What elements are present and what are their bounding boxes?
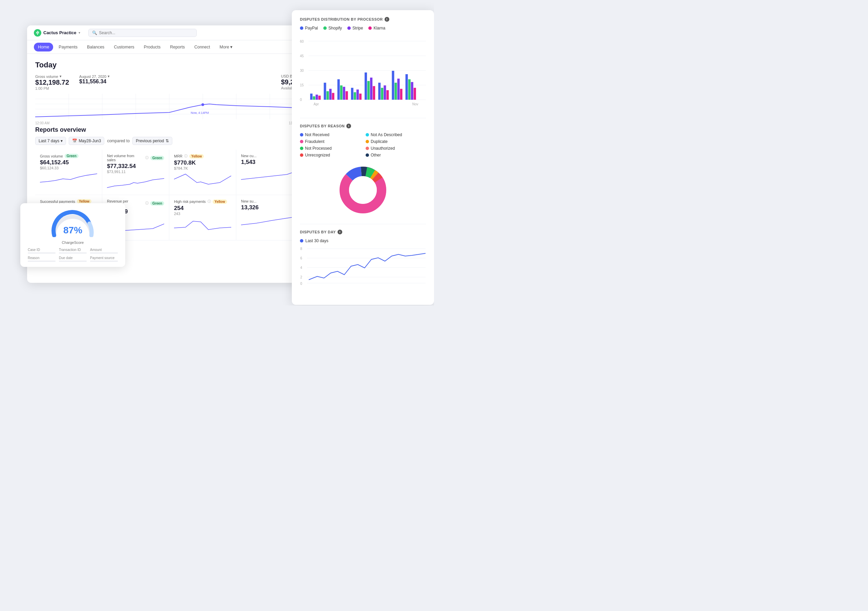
nav-item-payments[interactable]: Payments	[54, 43, 82, 51]
info-icon-5: ⓘ	[145, 201, 149, 205]
svg-text:15: 15	[300, 83, 304, 87]
nav-item-more[interactable]: More ▾	[215, 42, 237, 51]
unrecognized-dot	[300, 154, 303, 157]
field-transaction-id-label: Transaction ID	[59, 248, 87, 252]
compared-to-label: compared to	[107, 138, 130, 143]
gross-volume-metric: Gross volume ▾ $12,198.72 1:00 PM	[35, 74, 69, 90]
bar-chart-svg: 60 45 30 15 0	[300, 35, 426, 110]
top-nav: Cactus Practice ▾ 🔍	[27, 25, 312, 40]
chart-labels: 12:00 AM 11:59 PM	[35, 121, 303, 125]
distribution-info-icon: i	[384, 17, 389, 22]
nav-item-connect[interactable]: Connect	[190, 43, 214, 51]
report-label-0: Gross volume	[40, 154, 63, 158]
unauthorized-dot	[366, 147, 369, 150]
reason-unauthorized: Unauthorized	[366, 146, 426, 151]
field-reason-line	[28, 261, 56, 261]
nav-item-balances[interactable]: Balances	[83, 43, 108, 51]
reason-not-received: Not Received	[300, 132, 360, 137]
other-dot	[366, 154, 369, 157]
donut-svg	[336, 163, 390, 217]
field-due-date-line	[59, 261, 87, 261]
filter-chevron-icon: ▾	[60, 138, 63, 143]
calendar-icon: 📅	[72, 138, 77, 143]
svg-rect-30	[332, 93, 335, 100]
svg-text:Nov: Nov	[412, 102, 418, 106]
report-label-4: Successful payments	[40, 199, 75, 204]
disputes-panel: DISPUTES DISTRIBUTION BY PROCESSOR i Pay…	[292, 10, 434, 305]
svg-rect-51	[406, 74, 408, 100]
legend-klarna: Klarna	[368, 26, 385, 31]
reason-fraudulent: Fraudulent	[300, 139, 360, 144]
svg-rect-52	[408, 79, 411, 100]
svg-rect-44	[381, 88, 383, 100]
badge-6: Yellow	[212, 199, 227, 204]
field-reason: Reason	[28, 256, 56, 261]
reason-unrecognized: Unrecognized	[300, 153, 360, 157]
chargescore-fields: Case ID Transaction ID Amount Reason Due…	[28, 248, 118, 261]
svg-rect-47	[392, 71, 394, 100]
report-value-0: $64,152.45	[40, 159, 97, 166]
legend-stripe: Stripe	[347, 26, 363, 31]
period-filter-btn[interactable]: Last 7 days ▾	[35, 137, 66, 145]
svg-rect-31	[338, 79, 340, 100]
prev-period-filter-btn[interactable]: Previous period ⇅	[132, 137, 172, 145]
gauge-container: 87%	[28, 210, 118, 237]
chart-start-label: 12:00 AM	[35, 121, 50, 125]
logo-area[interactable]: Cactus Practice ▾	[34, 29, 80, 37]
svg-rect-48	[395, 82, 397, 100]
today-metrics-row: Gross volume ▾ $12,198.72 1:00 PM August…	[35, 74, 303, 90]
svg-rect-23	[310, 93, 313, 100]
field-case-id: Case ID	[28, 248, 56, 253]
svg-text:45: 45	[300, 54, 304, 58]
by-day-info-icon: i	[338, 230, 342, 235]
field-payment-source-line	[90, 261, 118, 261]
distribution-title: DISPUTES DISTRIBUTION BY PROCESSOR i	[300, 17, 426, 22]
svg-rect-34	[346, 91, 348, 100]
svg-rect-37	[356, 89, 359, 100]
svg-text:4: 4	[300, 266, 302, 270]
svg-text:8: 8	[300, 247, 302, 250]
divider-2	[300, 224, 426, 224]
nav-item-reports[interactable]: Reports	[166, 43, 189, 51]
chevron-down-icon[interactable]: ▾	[60, 74, 62, 79]
svg-rect-45	[384, 86, 386, 100]
svg-rect-32	[340, 86, 343, 100]
svg-rect-53	[411, 82, 413, 100]
svg-text:2: 2	[300, 275, 302, 279]
search-input[interactable]	[99, 31, 193, 35]
field-payment-source-label: Payment source	[90, 256, 118, 260]
by-day-legend: Last 30 days	[300, 238, 426, 243]
reason-duplicate: Duplicate	[366, 139, 426, 144]
fraudulent-dot	[300, 140, 303, 143]
nav-item-customers[interactable]: Customers	[110, 43, 138, 51]
svg-rect-33	[343, 87, 345, 100]
by-day-dot	[300, 239, 303, 243]
search-bar[interactable]: 🔍	[88, 29, 197, 37]
gross-volume-label: Gross volume ▾	[35, 74, 69, 79]
svg-rect-26	[318, 95, 321, 100]
svg-text:Apr: Apr	[313, 102, 319, 106]
badge-2: Yellow	[189, 154, 204, 159]
svg-rect-50	[400, 89, 403, 100]
badge-5: Green	[150, 201, 164, 205]
nav-item-home[interactable]: Home	[34, 43, 53, 51]
field-amount-label: Amount	[90, 248, 118, 252]
date-chevron-icon[interactable]: ▾	[108, 74, 110, 79]
today-chart: 12:00 AM 11:59 PM Now, 4:14PM	[35, 94, 303, 121]
gross-volume-time: 1:00 PM	[35, 86, 69, 90]
not-as-described-dot	[366, 133, 369, 137]
date-filter-btn[interactable]: 📅 May28-Jun3	[69, 137, 104, 145]
not-received-dot	[300, 133, 303, 137]
report-value-1: $77,332.54	[107, 163, 164, 170]
report-cell-6: High risk payments ⓘ Yellow 254 243	[169, 195, 236, 241]
shopify-dot	[323, 26, 327, 30]
report-cell-2: MRR ⓘ Yellow $770.8K $784.7K	[169, 150, 236, 195]
svg-rect-25	[316, 95, 318, 100]
brand-name: Cactus Practice	[43, 30, 76, 35]
svg-rect-39	[364, 73, 367, 100]
nav-item-products[interactable]: Products	[140, 43, 164, 51]
info-icon-2: ⓘ	[184, 154, 188, 159]
now-label: Now, 4:14PM	[191, 111, 209, 115]
svg-rect-27	[324, 82, 326, 100]
svg-rect-43	[378, 82, 381, 100]
